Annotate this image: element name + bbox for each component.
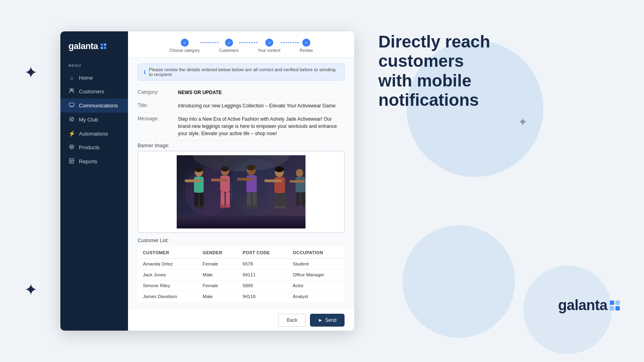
brand-dot-4 xyxy=(615,306,620,311)
reports-icon xyxy=(68,158,75,165)
step-dots-2 xyxy=(239,42,258,49)
right-heading: Directly reach customers with mobile not… xyxy=(378,32,572,110)
cell-gender: Female xyxy=(198,259,238,269)
back-button[interactable]: Back xyxy=(278,314,306,327)
brand-dots xyxy=(610,300,620,311)
title-row: Title: Introducing our new Leggings Coll… xyxy=(138,99,345,113)
cell-customer: Simone Riley xyxy=(138,280,198,291)
cell-post_code: 6578 xyxy=(238,259,288,269)
info-banner: ℹ Please review the details entered belo… xyxy=(138,64,345,80)
automations-icon: ⚡ xyxy=(68,130,75,137)
col-header-occupation: OCCUPATION xyxy=(288,247,344,259)
sidebar-item-communications-label: Communications xyxy=(79,103,118,109)
cell-occupation: Analyst xyxy=(288,291,344,302)
sidebar-item-reports[interactable]: Reports xyxy=(60,154,128,169)
banner-section: Banner Image: xyxy=(138,143,345,233)
cell-post_code: 94111 xyxy=(238,269,288,280)
main-content: ✓ Choose category ✓ Customers ✓ Your xyxy=(128,31,354,331)
message-label: Message: xyxy=(138,115,178,121)
heading-line2: with mobile notifications xyxy=(378,71,479,109)
sidebar-item-home[interactable]: ⌂ Home xyxy=(60,71,128,84)
logo-dots xyxy=(101,43,106,49)
customer-section: Customer List: CUSTOMER GENDER POST CODE… xyxy=(138,238,345,302)
table-row: Simone RileyFemale5899Actor xyxy=(138,280,345,291)
cell-customer: Jack Jones xyxy=(138,269,198,280)
my-club-icon xyxy=(68,116,75,123)
star-decoration-tl: ✦ xyxy=(24,64,38,80)
cell-customer: James Davidson xyxy=(138,291,198,302)
step-your-content: ✓ Your content xyxy=(258,39,281,53)
send-label: Send xyxy=(325,317,336,323)
svg-point-5 xyxy=(71,146,72,148)
brand-dot-2 xyxy=(615,300,620,305)
category-value: NEWS OR UPDATE xyxy=(178,89,345,96)
customer-list-label: Customer List: xyxy=(138,238,345,243)
checkmark-2: ✓ xyxy=(227,41,231,45)
cell-occupation: Student xyxy=(288,259,344,269)
sidebar-item-products-label: Products xyxy=(79,144,99,150)
banner-image-box xyxy=(138,151,345,233)
sidebar-logo: galanta xyxy=(60,41,128,60)
step-label-3: Your content xyxy=(258,48,281,53)
sidebar-item-reports-label: Reports xyxy=(79,158,97,165)
message-value: Step into a New Era of Active Fashion wi… xyxy=(178,115,345,137)
step-review: ✓ Review xyxy=(299,39,313,53)
footer-buttons: Back ► Send xyxy=(128,308,354,331)
cell-post_code: 94118 xyxy=(238,291,288,302)
customer-table: CUSTOMER GENDER POST CODE OCCUPATION Ama… xyxy=(138,247,345,302)
sidebar-item-customers[interactable]: Customers xyxy=(60,84,128,99)
app-window: galanta MENU ⌂ Home Customers xyxy=(60,31,354,331)
star-decoration-bl: ✦ xyxy=(24,282,38,298)
step-label-1: Choose category xyxy=(169,48,200,53)
heading-line1: Directly reach customers xyxy=(378,32,490,70)
step-circle-1: ✓ xyxy=(181,39,189,47)
logo-dot-2 xyxy=(104,43,106,46)
send-icon: ► xyxy=(318,317,323,323)
cell-occupation: Office Manager xyxy=(288,269,344,280)
brand-dot-3 xyxy=(610,306,614,311)
cell-customer: Amanda Ortez xyxy=(138,259,198,269)
sidebar-item-customers-label: Customers xyxy=(79,88,104,95)
products-icon xyxy=(68,144,75,151)
cell-occupation: Actor xyxy=(288,280,344,291)
step-label-2: Customers xyxy=(219,48,238,53)
cell-gender: Male xyxy=(198,269,238,280)
sidebar-item-automations-label: Automations xyxy=(79,131,108,137)
communications-icon xyxy=(68,102,75,109)
col-header-gender: GENDER xyxy=(198,247,238,259)
right-panel: Directly reach customers with mobile not… xyxy=(354,0,644,362)
checkmark-1: ✓ xyxy=(183,41,186,45)
step-circle-2: ✓ xyxy=(225,39,233,47)
sidebar-item-my-club-label: My Club xyxy=(79,117,98,123)
step-customers: ✓ Customers xyxy=(219,39,238,53)
svg-point-4 xyxy=(70,145,74,149)
menu-label: MENU xyxy=(60,60,128,71)
step-choose-category: ✓ Choose category xyxy=(169,39,200,53)
step-label-4: Review xyxy=(299,48,313,53)
checkmark-3: ✓ xyxy=(268,41,271,45)
table-row: Jack JonesMale94111Office Manager xyxy=(138,269,345,280)
stepper: ✓ Choose category ✓ Customers ✓ Your xyxy=(128,31,354,58)
send-button[interactable]: ► Send xyxy=(310,314,345,327)
sidebar-item-my-club[interactable]: My Club xyxy=(60,113,128,127)
banner-label: Banner Image: xyxy=(138,143,345,148)
step-circle-4: ✓ xyxy=(302,39,310,47)
sidebar-item-products[interactable]: Products xyxy=(60,140,128,154)
brand-footer: galanta xyxy=(558,297,620,314)
sidebar-item-home-label: Home xyxy=(79,75,93,81)
info-banner-text: Please review the details entered below … xyxy=(149,67,339,77)
message-row: Message: Step into a New Era of Active F… xyxy=(138,113,345,140)
table-row: James DavidsonMale94118Analyst xyxy=(138,291,345,302)
cell-gender: Male xyxy=(198,291,238,302)
info-icon: ℹ xyxy=(144,69,146,75)
col-header-postcode: POST CODE xyxy=(238,247,288,259)
sidebar-item-communications[interactable]: Communications xyxy=(60,99,128,113)
fitness-image xyxy=(177,155,305,228)
checkmark-4: ✓ xyxy=(305,41,308,45)
category-label: Category: xyxy=(138,89,178,95)
customers-icon xyxy=(68,88,75,95)
title-label: Title: xyxy=(138,102,178,108)
brand-dot-1 xyxy=(610,300,614,305)
review-section: ℹ Please review the details entered belo… xyxy=(128,58,354,308)
sidebar-item-automations[interactable]: ⚡ Automations xyxy=(60,127,128,140)
